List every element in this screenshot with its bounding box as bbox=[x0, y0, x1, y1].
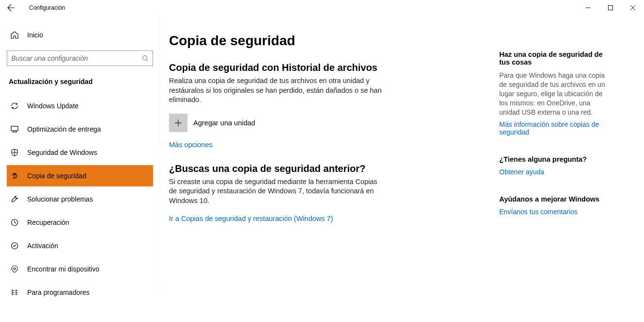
rail-heading: Haz una copia de seguridad de tus cosas bbox=[499, 51, 606, 66]
sidebar-item-label: Optimización de entrega bbox=[19, 125, 101, 133]
svg-point-1 bbox=[143, 56, 147, 60]
maximize-icon bbox=[608, 5, 613, 10]
sidebar-item-label: Solucionar problemas bbox=[19, 195, 93, 203]
svg-point-4 bbox=[12, 243, 18, 249]
sidebar: Inicio Actualización y seguridad Windows… bbox=[0, 16, 160, 322]
sidebar-item-find-device[interactable]: Encontrar mi dispositivo bbox=[7, 258, 153, 280]
sidebar-item-label: Activación bbox=[19, 242, 58, 250]
backup-icon bbox=[10, 171, 19, 180]
developer-icon bbox=[10, 288, 19, 297]
plus-icon bbox=[169, 114, 187, 132]
activation-icon bbox=[10, 241, 19, 250]
close-button[interactable] bbox=[622, 0, 644, 16]
minimize-icon bbox=[586, 5, 591, 10]
rail-heading: ¿Tienes alguna pregunta? bbox=[499, 155, 606, 163]
close-icon bbox=[630, 5, 635, 10]
sidebar-item-label: Recuperación bbox=[19, 219, 69, 226]
sidebar-item-backup[interactable]: Copia de seguridad bbox=[7, 165, 153, 186]
svg-rect-0 bbox=[609, 6, 613, 10]
sidebar-item-label: Para programadores bbox=[19, 288, 89, 296]
sidebar-category: Actualización y seguridad bbox=[7, 78, 153, 85]
add-drive-button[interactable]: Agregar una unidad bbox=[169, 114, 480, 132]
content: Copia de seguridad Copia de seguridad co… bbox=[160, 16, 644, 322]
sidebar-item-activation[interactable]: Activación bbox=[7, 235, 153, 256]
sidebar-item-label: Copia de seguridad bbox=[19, 172, 86, 180]
svg-point-5 bbox=[14, 268, 16, 270]
sidebar-item-windows-update[interactable]: Windows Update bbox=[7, 95, 153, 117]
search-input[interactable] bbox=[11, 54, 142, 62]
sidebar-item-label: Seguridad de Windows bbox=[19, 149, 97, 156]
sidebar-item-troubleshoot[interactable]: Solucionar problemas bbox=[7, 188, 153, 210]
go-to-win7-backup-link[interactable]: Ir a Copias de seguridad y restauración … bbox=[169, 215, 333, 222]
rail-section-question: ¿Tienes alguna pregunta? Obtener ayuda bbox=[499, 155, 606, 176]
recovery-icon bbox=[10, 218, 19, 227]
window-controls bbox=[577, 0, 644, 16]
rail-heading: Ayúdanos a mejorar Windows bbox=[499, 195, 606, 203]
rail-body: Para que Windows haga una copia de segur… bbox=[499, 71, 606, 117]
back-button[interactable] bbox=[0, 0, 22, 16]
section-heading-file-history: Copia de seguridad con Historial de arch… bbox=[169, 62, 480, 73]
troubleshoot-icon bbox=[10, 195, 19, 203]
sidebar-item-delivery-optimization[interactable]: Optimización de entrega bbox=[7, 119, 153, 140]
search-box[interactable] bbox=[7, 51, 153, 66]
delivery-icon bbox=[10, 125, 19, 134]
sidebar-item-developers[interactable]: Para programadores bbox=[7, 282, 153, 303]
rail-link-get-help[interactable]: Obtener ayuda bbox=[499, 168, 606, 176]
sidebar-item-windows-security[interactable]: Seguridad de Windows bbox=[7, 142, 153, 163]
content-main: Copia de seguridad Copia de seguridad co… bbox=[169, 33, 480, 322]
sidebar-home[interactable]: Inicio bbox=[7, 25, 153, 45]
titlebar: Configuración bbox=[0, 0, 644, 16]
more-options-link[interactable]: Más opciones bbox=[169, 141, 480, 149]
sidebar-item-label: Encontrar mi dispositivo bbox=[19, 265, 100, 273]
right-rail: Haz una copia de seguridad de tus cosas … bbox=[480, 33, 616, 322]
sidebar-home-label: Inicio bbox=[19, 31, 43, 39]
rail-section-backup-info: Haz una copia de seguridad de tus cosas … bbox=[499, 51, 606, 136]
sync-icon bbox=[10, 102, 19, 110]
rail-section-feedback: Ayúdanos a mejorar Windows Envíanos tus … bbox=[499, 195, 606, 216]
page-title: Copia de seguridad bbox=[169, 33, 480, 49]
search-icon bbox=[142, 55, 149, 62]
minimize-button[interactable] bbox=[577, 0, 599, 16]
home-icon bbox=[10, 31, 19, 39]
maximize-button[interactable] bbox=[599, 0, 622, 16]
shield-icon bbox=[10, 148, 19, 157]
section-body-file-history: Realiza una copia de seguridad de tus ar… bbox=[169, 76, 383, 105]
rail-link-feedback[interactable]: Envíanos tus comentarios bbox=[499, 208, 606, 216]
svg-rect-2 bbox=[11, 126, 18, 131]
section-body-previous-backup: Si creaste una copia de seguridad median… bbox=[169, 177, 383, 206]
find-device-icon bbox=[10, 265, 19, 273]
sidebar-item-recovery[interactable]: Recuperación bbox=[7, 212, 153, 233]
rail-link-more-info[interactable]: Más información sobre copias de segurida… bbox=[499, 120, 606, 136]
add-drive-label: Agregar una unidad bbox=[193, 119, 255, 127]
arrow-left-icon bbox=[7, 4, 15, 12]
sidebar-item-label: Windows Update bbox=[19, 102, 79, 110]
section-heading-previous-backup: ¿Buscas una copia de seguridad anterior? bbox=[169, 163, 480, 174]
window-title: Configuración bbox=[22, 4, 577, 11]
